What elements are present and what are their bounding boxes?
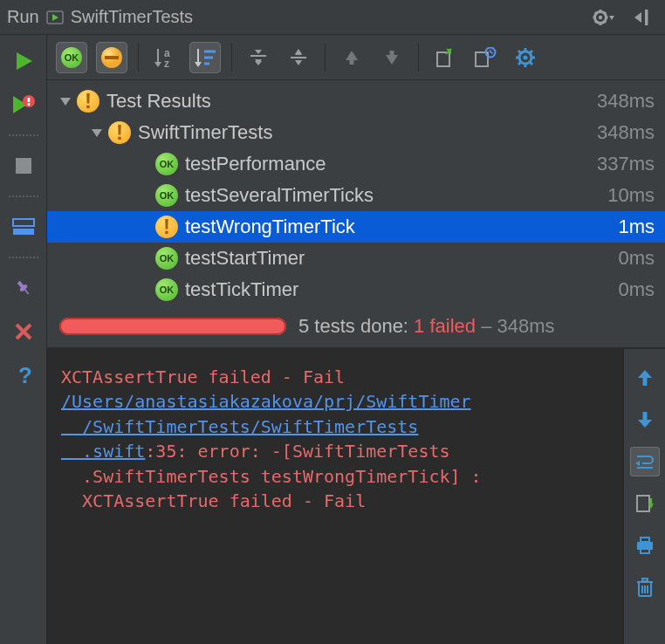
svg-marker-41 — [255, 50, 262, 54]
svg-rect-81 — [641, 538, 649, 542]
svg-line-8 — [595, 12, 597, 14]
progress-bar — [59, 318, 286, 335]
tree-test[interactable]: ! testWrongTimerTick 1ms — [47, 211, 665, 243]
svg-marker-1 — [52, 14, 58, 21]
total-time: 348ms — [497, 315, 555, 337]
run-label: Run — [7, 7, 39, 27]
history-button[interactable] — [470, 42, 501, 73]
console-output[interactable]: XCTAssertTrue failed - Fail /Users/anast… — [47, 349, 623, 644]
sort-alphabetically-button[interactable]: az — [149, 42, 181, 73]
svg-line-11 — [604, 12, 606, 14]
svg-rect-19 — [27, 103, 30, 106]
duration: 348ms — [597, 121, 655, 144]
console-gutter — [623, 349, 665, 644]
duration: 10ms — [607, 184, 655, 207]
hide-icon[interactable] — [627, 2, 658, 33]
svg-rect-88 — [642, 579, 648, 581]
warn-icon: ! — [108, 121, 131, 144]
tree-test[interactable]: OK testPerformance 337ms — [47, 148, 665, 180]
svg-rect-20 — [16, 158, 31, 174]
svg-marker-36 — [195, 62, 202, 67]
warn-icon: ! — [155, 216, 178, 238]
rerun-failed-button[interactable] — [8, 89, 39, 120]
print-button[interactable] — [630, 531, 660, 560]
tree-suite[interactable]: ! SwiftTimerTests 348ms — [47, 117, 665, 148]
svg-marker-72 — [638, 370, 652, 378]
scroll-to-end-button[interactable] — [630, 489, 660, 518]
soft-wrap-toggle[interactable] — [630, 447, 660, 476]
svg-rect-13 — [645, 10, 648, 25]
svg-marker-12 — [609, 16, 614, 20]
run-config-icon — [46, 9, 64, 26]
expand-all-button[interactable] — [243, 42, 274, 73]
tree-test[interactable]: OK testSeveralTimerTicks 10ms — [47, 180, 665, 211]
scroll-down-button[interactable] — [630, 405, 660, 435]
clear-button[interactable] — [630, 572, 660, 602]
tree-label: testWrongTimerTick — [185, 216, 618, 238]
test-toolbar: OK az — [47, 35, 665, 80]
ok-icon: OK — [155, 153, 178, 175]
svg-line-66 — [530, 62, 532, 65]
svg-point-3 — [599, 15, 602, 18]
svg-rect-82 — [641, 548, 649, 553]
close-button[interactable] — [8, 316, 39, 347]
svg-marker-47 — [295, 60, 302, 65]
scroll-up-button[interactable] — [630, 363, 660, 393]
svg-line-65 — [518, 51, 521, 53]
tree-label: testPerformance — [185, 153, 597, 175]
svg-marker-75 — [635, 461, 640, 466]
duration: 0ms — [618, 278, 655, 301]
svg-text:z: z — [164, 58, 169, 69]
svg-point-60 — [524, 55, 528, 59]
chevron-down-icon[interactable] — [58, 93, 73, 109]
svg-rect-21 — [13, 219, 34, 226]
ok-icon: OK — [155, 278, 178, 301]
config-name: SwiftTimerTests — [71, 7, 193, 27]
show-ignored-toggle[interactable] — [96, 42, 127, 73]
tree-label: testSeveralTimerTicks — [185, 184, 607, 207]
stop-button[interactable] — [8, 150, 39, 182]
sort-by-duration-button[interactable] — [189, 42, 221, 73]
svg-line-68 — [530, 51, 532, 53]
test-settings-button[interactable] — [510, 42, 541, 73]
tree-label: Test Results — [106, 90, 597, 113]
gear-dropdown-icon[interactable] — [588, 2, 620, 33]
svg-line-67 — [518, 62, 521, 65]
collapse-all-button[interactable] — [283, 42, 314, 73]
tree-label: testTickTimer — [185, 278, 618, 301]
svg-marker-32 — [154, 62, 161, 67]
svg-rect-25 — [24, 288, 29, 294]
svg-rect-52 — [437, 52, 449, 66]
duration: 0ms — [618, 247, 655, 270]
dash: – — [481, 315, 491, 337]
test-tree[interactable]: ! Test Results 348ms ! SwiftTimerTests 3… — [47, 80, 665, 305]
tree-label: SwiftTimerTests — [138, 121, 597, 144]
help-button[interactable]: ? — [8, 360, 39, 391]
tree-test[interactable]: OK testTickTimer 0ms — [47, 274, 665, 305]
tree-root[interactable]: ! Test Results 348ms — [47, 86, 665, 117]
chevron-down-icon[interactable] — [89, 125, 105, 140]
tree-test[interactable]: OK testStartTimer 0ms — [47, 243, 665, 274]
show-passed-toggle[interactable]: OK — [56, 42, 87, 73]
titlebar: Run SwiftTimerTests — [0, 0, 665, 35]
prev-failed-button[interactable] — [336, 42, 367, 73]
next-failed-button[interactable] — [376, 42, 408, 73]
svg-rect-30 — [105, 56, 119, 59]
layout-button[interactable] — [8, 211, 39, 243]
duration: 348ms — [597, 90, 655, 113]
file-link[interactable]: /SwiftTimerTests/SwiftTimerTests — [61, 416, 418, 437]
svg-marker-70 — [92, 129, 102, 137]
file-link[interactable]: /Users/anastasiakazakova/prj/SwiftTimer — [61, 391, 471, 412]
svg-rect-77 — [637, 496, 649, 511]
duration: 337ms — [597, 153, 655, 175]
tree-label: testStartTimer — [185, 247, 618, 270]
warn-icon: ! — [77, 90, 99, 113]
export-results-button[interactable] — [429, 42, 461, 73]
svg-marker-51 — [386, 55, 398, 65]
svg-marker-48 — [346, 51, 358, 60]
pin-button[interactable] — [8, 272, 39, 304]
rerun-button[interactable] — [8, 45, 39, 77]
ok-icon: OK — [155, 184, 178, 207]
svg-line-9 — [604, 21, 606, 23]
file-link[interactable]: .swift — [61, 441, 145, 462]
